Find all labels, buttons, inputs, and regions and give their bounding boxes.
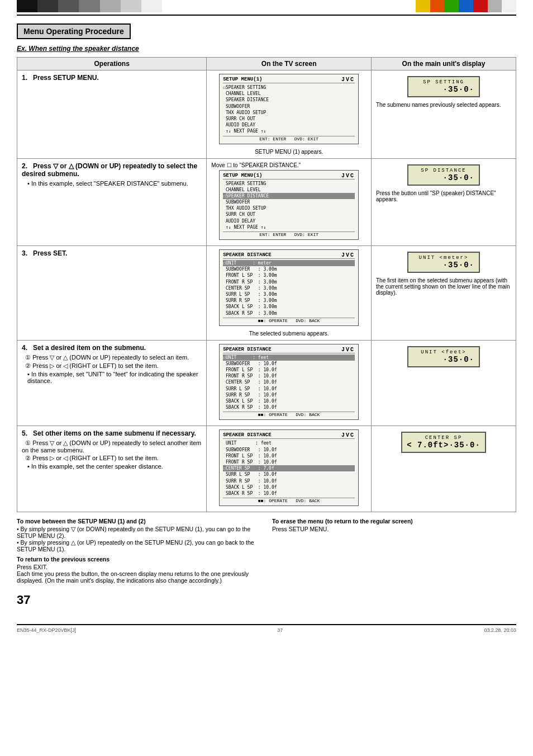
display-note-2: Press the button until "SP (speaker) DIS… [376, 190, 511, 202]
section-title: Menu Operating Procedure [17, 23, 131, 39]
footer-right: 03.2.28, 20:03 [484, 627, 516, 633]
display-unit-5: CENTER SP < 7.0ft>·35·0· [401, 432, 486, 453]
tv-screen-2: SETUP MENU(1) JVC SPEAKER SETTING CHANNE… [219, 170, 359, 240]
step-5-bullet: • In this example, set the center speake… [27, 463, 202, 470]
tv-caption-1: SETUP MENU (1) appears. [211, 149, 367, 155]
footer-left: EN35-44_RX-DP20VBK[J] [17, 627, 76, 633]
table-row: 2. Press ▽ or △ (DOWN or UP) repeatedly … [17, 158, 516, 246]
tv-screen-1: SETUP MENU(1) JVC ☐SPEAKER SETTING CHANN… [219, 74, 359, 144]
bottom-notes: To move between the SETUP MENU (1) and (… [17, 518, 516, 587]
note-head-back: To return to the previous screens [17, 556, 261, 563]
display-unit-3: UNIT <meter> ·35·0· [407, 252, 480, 273]
step-2-label: 2. Press ▽ or △ (DOWN or UP) repeatedly … [22, 162, 202, 178]
display-unit-2: SP DISTANCE ·35·0· [407, 164, 480, 186]
top-divider [17, 15, 516, 16]
table-row: 5. Set other items on the same submenu i… [17, 426, 516, 512]
display-note-3: The first item on the selected submenu a… [376, 277, 511, 296]
step-3-label: 3. Press SET. [22, 249, 202, 257]
main-table: Operations On the TV screen On the main … [17, 57, 516, 512]
table-row: 1. Press SETUP MENU. SETUP MENU(1) JVC ☐… [17, 70, 516, 159]
note-head-erase: To erase the menu (to return to the regu… [272, 518, 516, 525]
note-body-erase: Press SETUP MENU. [272, 526, 516, 532]
col-header-tv: On the TV screen [207, 58, 372, 70]
top-bar-left [0, 0, 533, 12]
display-unit-4: UNIT <feet> ·35·0· [407, 346, 480, 367]
note-body-move: • By simply pressing ▽ (or DOWN) repeate… [17, 526, 261, 552]
step-2-bullet: • In this example, select "SPEAKER DISTA… [27, 180, 202, 187]
footer-center: 37 [277, 627, 283, 633]
display-unit-1: SP SETTING ·35·0· [407, 76, 480, 97]
col-header-operations: Operations [17, 58, 207, 70]
tv-move-label: Move ☐ to "SPEAKER DISTANCE." [211, 162, 367, 168]
tv-screen-3: SPEAKER DISTANCE JVC ☐UNIT : meter SUBWO… [219, 249, 359, 326]
col-header-display: On the main unit's display [372, 58, 516, 70]
step-4-label: 4. Set a desired item on the submenu. [22, 344, 202, 352]
footer: EN35-44_RX-DP20VBK[J] 37 03.2.28, 20:03 [0, 625, 533, 635]
step-4-sub2: ② Press ▷ or ◁ (RIGHT or LEFT) to set th… [22, 362, 202, 370]
bottom-notes-right: To erase the menu (to return to the regu… [272, 518, 516, 587]
step-5-sub2: ② Press ▷ or ◁ (RIGHT or LEFT) to set th… [22, 455, 202, 462]
bottom-notes-left: To move between the SETUP MENU (1) and (… [17, 518, 261, 587]
step-1-label: 1. Press SETUP MENU. [22, 74, 202, 82]
tv-screen-5: SPEAKER DISTANCE JVC UNIT : feet SUBWOOF… [219, 429, 359, 506]
subtitle: Ex. When setting the speaker distance [17, 45, 516, 53]
table-row: 3. Press SET. SPEAKER DISTANCE JVC ☐UNIT… [17, 246, 516, 341]
note-head-move: To move between the SETUP MENU (1) and (… [17, 518, 261, 525]
step-4-sub1: ① Press ▽ or △ (DOWN or UP) repeatedly t… [22, 354, 202, 361]
step-5-sub1: ① Press ▽ or △ (DOWN or UP) repeatedly t… [22, 440, 202, 453]
step-5-label: 5. Set other items on the same submenu i… [22, 429, 202, 437]
tv-caption-3: The selected submenu appears. [211, 330, 367, 337]
page-number: 37 [17, 593, 516, 607]
display-note-1: The submenu names previously selected ap… [376, 102, 511, 108]
table-row: 4. Set a desired item on the submenu. ① … [17, 340, 516, 426]
step-4-bullet: • In this example, set "UNIT" to "feet" … [27, 371, 202, 384]
tv-screen-4: SPEAKER DISTANCE JVC ☐UNIT : feet SUBWOO… [219, 344, 359, 420]
note-body-back: Press EXIT. Each time you press the butt… [17, 564, 261, 584]
